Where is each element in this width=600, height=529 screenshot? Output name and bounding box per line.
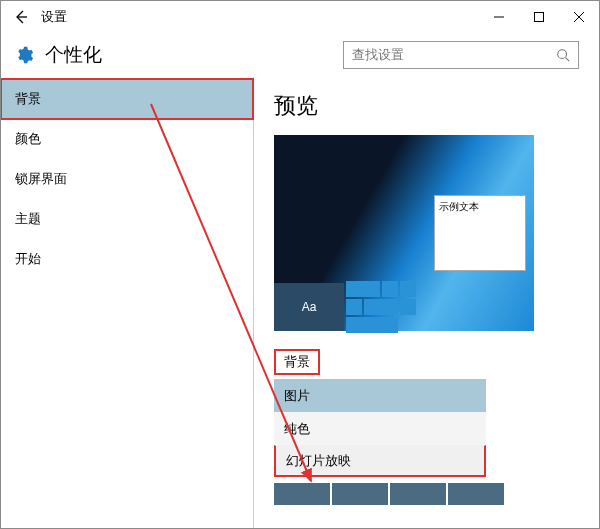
combo-option-slideshow[interactable]: 幻灯片放映 (274, 445, 486, 477)
combo-option-label: 纯色 (284, 420, 310, 438)
gear-icon (13, 44, 35, 66)
titlebar: 设置 (1, 1, 599, 33)
sidebar-item-label: 主题 (15, 210, 41, 228)
desktop-preview: 示例文本 Aa (274, 135, 534, 331)
sidebar-item-label: 背景 (15, 90, 41, 108)
combo-option-label: 图片 (284, 387, 310, 405)
sidebar-item-colors[interactable]: 颜色 (1, 119, 253, 159)
window-controls (479, 1, 599, 33)
preview-tiles (344, 283, 418, 331)
main-panel: 预览 示例文本 Aa 背景 图片 纯色 幻灯片放映 (254, 77, 599, 528)
wallpaper-thumb[interactable] (448, 483, 504, 505)
svg-rect-0 (535, 13, 544, 22)
background-section-label: 背景 (274, 349, 320, 375)
sidebar-item-themes[interactable]: 主题 (1, 199, 253, 239)
sample-text-label: 示例文本 (439, 201, 479, 212)
preview-start-tile: Aa (274, 283, 344, 331)
sidebar-item-label: 开始 (15, 250, 41, 268)
search-icon (556, 48, 570, 62)
sidebar-item-label: 颜色 (15, 130, 41, 148)
preview-sample-window: 示例文本 (434, 195, 526, 271)
sidebar: 背景 颜色 锁屏界面 主题 开始 (1, 77, 254, 528)
wallpaper-thumb[interactable] (332, 483, 388, 505)
preview-heading: 预览 (274, 91, 579, 121)
sidebar-item-lockscreen[interactable]: 锁屏界面 (1, 159, 253, 199)
maximize-button[interactable] (519, 1, 559, 33)
sidebar-item-label: 锁屏界面 (15, 170, 67, 188)
svg-point-1 (558, 50, 567, 59)
header: 个性化 查找设置 (1, 33, 599, 77)
sidebar-item-background[interactable]: 背景 (1, 79, 253, 119)
wallpaper-thumbs (274, 483, 579, 505)
search-placeholder: 查找设置 (352, 46, 556, 64)
combo-option-label: 幻灯片放映 (286, 452, 351, 470)
minimize-button[interactable] (479, 1, 519, 33)
wallpaper-thumb[interactable] (390, 483, 446, 505)
preview-taskbar: Aa (274, 283, 534, 331)
search-input[interactable]: 查找设置 (343, 41, 579, 69)
combo-option-picture[interactable]: 图片 (274, 379, 486, 412)
window-title: 设置 (41, 8, 479, 26)
background-combo-open[interactable]: 图片 纯色 幻灯片放映 (274, 379, 486, 477)
wallpaper-thumb[interactable] (274, 483, 330, 505)
page-title: 个性化 (45, 42, 102, 68)
settings-window: 设置 个性化 查找设置 背景 颜色 锁屏界面 (0, 0, 600, 529)
back-button[interactable] (9, 5, 33, 29)
body: 背景 颜色 锁屏界面 主题 开始 预览 示例文本 Aa 背景 (1, 77, 599, 528)
close-button[interactable] (559, 1, 599, 33)
sidebar-item-start[interactable]: 开始 (1, 239, 253, 279)
combo-option-solid[interactable]: 纯色 (274, 412, 486, 445)
